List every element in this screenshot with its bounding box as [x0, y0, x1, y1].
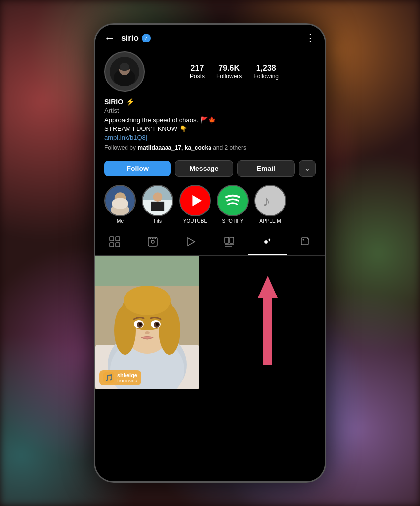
svg-point-35: [303, 239, 304, 240]
profile-info: 217 Posts 79.6K Followers 1,238 Followin…: [95, 49, 325, 98]
svg-point-55: [156, 323, 159, 326]
svg-text:✦: ✦: [267, 237, 271, 243]
story-circle-fits: [142, 185, 173, 216]
svg-point-49: [124, 286, 171, 315]
bio-section: SIRIO ⚡ Artist Approaching the speed of …: [95, 98, 325, 156]
svg-rect-29: [230, 237, 234, 243]
svg-rect-21: [116, 243, 120, 247]
stories-row: Me Fits: [95, 182, 325, 230]
username-row: sirio ✓: [121, 33, 151, 43]
stat-following[interactable]: 1,238 Following: [253, 64, 279, 80]
tab-play[interactable]: [172, 230, 210, 255]
tab-guide[interactable]: [210, 230, 248, 255]
svg-point-23: [151, 240, 154, 243]
story-apple[interactable]: ♪ APPLE M: [254, 185, 286, 224]
bio-link[interactable]: ampl.ink/b1Q8j: [104, 133, 316, 142]
svg-point-25: [152, 237, 153, 239]
svg-point-4: [120, 63, 129, 71]
stars-icon: ✦ ✦: [262, 236, 273, 250]
posts-count: 217: [191, 64, 204, 73]
more-options-button[interactable]: ⋮: [305, 32, 316, 44]
svg-point-26: [154, 237, 156, 239]
avatar: [104, 51, 145, 92]
stat-followers[interactable]: 79.6K Followers: [216, 64, 242, 80]
display-name-row: SIRIO ⚡: [104, 98, 316, 106]
svg-rect-59: [263, 295, 272, 365]
grid-icon: [109, 236, 120, 250]
tab-tag[interactable]: [287, 230, 325, 255]
story-label-apple: APPLE M: [259, 218, 281, 224]
tag-icon: [300, 236, 311, 250]
svg-point-47: [114, 305, 136, 355]
reels-icon: [147, 236, 158, 250]
svg-rect-18: [110, 237, 114, 241]
svg-rect-34: [301, 238, 308, 245]
arrow-annotation: [251, 271, 285, 370]
svg-point-54: [139, 323, 142, 326]
username-text: sirio: [121, 33, 139, 43]
following-count: 1,238: [256, 64, 276, 73]
svg-text:♪: ♪: [263, 193, 270, 209]
svg-point-16: [255, 186, 285, 215]
story-label-fits: Fits: [154, 218, 162, 224]
header: ← sirio ✓ ⋮: [95, 25, 325, 49]
tab-grid[interactable]: [95, 230, 133, 255]
post-thumbnail[interactable]: 🎵 shkelqe from sirio: [95, 256, 199, 389]
following-label: Following: [253, 73, 279, 80]
action-buttons: Follow Message Email ⌄: [95, 156, 325, 182]
story-spotify[interactable]: SPOTIFY: [217, 185, 249, 224]
svg-point-24: [149, 237, 151, 239]
message-button[interactable]: Message: [175, 160, 233, 177]
back-button[interactable]: ←: [104, 32, 115, 44]
post-label-text-group: shkelqe from sirio: [117, 372, 137, 383]
svg-rect-28: [225, 237, 229, 243]
story-circle-youtube: [179, 185, 211, 216]
story-label-spotify: SPOTIFY: [222, 218, 244, 224]
post-label-icon: 🎵: [103, 372, 114, 383]
content-area: 🎵 shkelqe from sirio: [95, 256, 325, 481]
post-label: 🎵 shkelqe from sirio: [99, 370, 141, 385]
story-circle-spotify: [217, 185, 249, 216]
story-youtube[interactable]: YOUTUBE: [179, 185, 211, 224]
header-left: ← sirio ✓: [104, 32, 151, 44]
phone-screen: ← sirio ✓ ⋮: [95, 25, 325, 481]
svg-marker-58: [258, 276, 278, 298]
display-name: SIRIO: [104, 98, 123, 106]
svg-point-56: [145, 331, 150, 334]
story-me[interactable]: Me: [104, 185, 136, 224]
svg-point-15: [218, 186, 248, 215]
stat-posts: 217 Posts: [190, 64, 205, 80]
svg-rect-12: [151, 201, 164, 211]
more-actions-button[interactable]: ⌄: [299, 160, 316, 177]
tab-reels[interactable]: [133, 230, 171, 255]
play-icon: [185, 236, 196, 250]
story-label-youtube: YOUTUBE: [183, 218, 207, 224]
follow-button[interactable]: Follow: [104, 161, 171, 176]
svg-marker-27: [188, 238, 195, 246]
stats-row: 217 Posts 79.6K Followers 1,238 Followin…: [153, 64, 316, 80]
bio-line-1: Approaching the speed of chaos. 🚩🍁: [104, 116, 316, 125]
post-label-title: shkelqe: [117, 372, 137, 378]
tab-bar: ✦ ✦: [95, 230, 325, 256]
bio-line-2: STREAM I DON'T KNOW 👇: [104, 125, 316, 133]
svg-point-11: [153, 192, 163, 202]
svg-point-48: [159, 305, 180, 355]
followed-by: Followed by matildaaaaa_17, ka_cocka and…: [104, 144, 316, 151]
story-label-me: Me: [117, 218, 124, 224]
verified-badge: ✓: [142, 34, 151, 42]
followers-label: Followers: [216, 73, 242, 80]
post-label-sub: from sirio: [117, 378, 137, 383]
posts-label: Posts: [190, 73, 205, 80]
story-fits[interactable]: Fits: [142, 185, 173, 224]
svg-rect-19: [116, 237, 120, 241]
email-button[interactable]: Email: [237, 160, 295, 177]
story-circle-me: [104, 185, 136, 216]
followers-count: 79.6K: [218, 64, 240, 73]
svg-point-8: [112, 198, 128, 209]
category: Artist: [104, 107, 316, 114]
guide-icon: [224, 236, 235, 250]
svg-rect-20: [110, 243, 114, 247]
story-circle-apple: ♪: [254, 185, 286, 216]
tab-stars[interactable]: ✦ ✦: [248, 230, 286, 255]
music-icon: ⚡: [126, 98, 134, 106]
